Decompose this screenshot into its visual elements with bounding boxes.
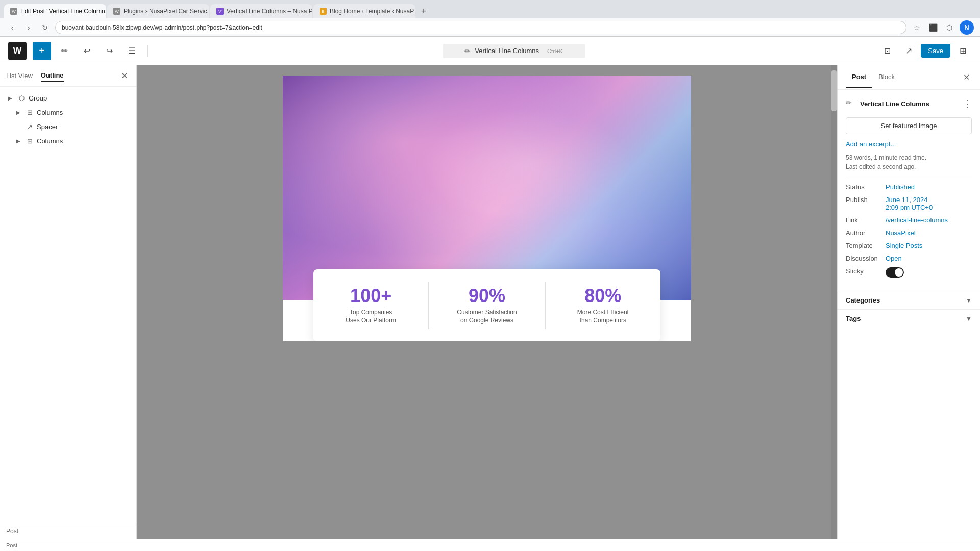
outline-toggle-columns-1[interactable]: ▶ <box>14 108 22 116</box>
tab-label-1: Edit Post "Vertical Line Column... <box>20 8 106 15</box>
toolbar-right: ⊡ ↗ Save ⊞ <box>878 42 972 60</box>
pencil-icon: ✏ <box>846 98 856 109</box>
sticky-toggle[interactable] <box>886 267 904 278</box>
sticky-label: Sticky <box>846 267 881 275</box>
author-row: Author NusaPixel <box>846 229 972 237</box>
author-value[interactable]: NusaPixel <box>886 229 972 237</box>
browser-addressbar: ‹ › ↻ buoyant-baudouin-58ix.zipwp.dev/wp… <box>0 18 980 37</box>
browser-chrome: W Edit Post "Vertical Line Column... ✕ W… <box>0 0 980 37</box>
preview-button[interactable]: ⊡ <box>878 42 896 60</box>
address-bar[interactable]: buoyant-baudouin-58ix.zipwp.dev/wp-admin… <box>55 21 906 34</box>
extensions-icon[interactable]: ⬡ <box>943 21 955 34</box>
browser-tabs: W Edit Post "Vertical Line Column... ✕ W… <box>0 0 980 18</box>
sidebar-footer: Post <box>0 523 136 539</box>
categories-section[interactable]: Categories ▼ <box>838 291 980 309</box>
browser-icons: ☆ ⬛ ⬡ N <box>911 20 974 35</box>
undo-button[interactable]: ↩ <box>78 42 96 60</box>
right-tab-post[interactable]: Post <box>846 67 872 88</box>
right-sidebar-header: Post Block ✕ <box>838 65 980 90</box>
last-edited-meta: Last edited a second ago. <box>846 163 972 170</box>
discussion-row: Discussion Open <box>846 255 972 262</box>
outline-toggle-columns-2[interactable]: ▶ <box>14 137 22 145</box>
template-value[interactable]: Single Posts <box>886 242 972 249</box>
browser-tab-3[interactable]: V Vertical Line Columns – Nusa P... ✕ <box>210 4 312 18</box>
status-row: Status Published <box>846 183 972 191</box>
toggle-knob <box>895 268 903 277</box>
block-name-label: Vertical Line Columns <box>860 100 959 108</box>
document-overview-button[interactable]: ☰ <box>122 42 141 60</box>
redo-button[interactable]: ↪ <box>100 42 118 60</box>
stat-number-1: 100+ <box>322 286 420 306</box>
new-tab-button[interactable]: + <box>416 4 431 18</box>
browser-tab-2[interactable]: W Plugins › NusaPixel Car Servic... ✕ <box>107 4 209 18</box>
wp-main: List View Outline ✕ ▶ ⬡ Group ▶ ⊞ Column… <box>0 65 980 539</box>
stat-item-3[interactable]: 80% More Cost Efficientthan Competitors <box>546 282 660 329</box>
link-label: Link <box>846 216 881 224</box>
outline-toggle-group[interactable]: ▶ <box>6 94 14 102</box>
scrollbar-track[interactable] <box>831 65 837 539</box>
status-label: Status <box>846 183 881 191</box>
wp-status-bar: Post <box>0 539 980 551</box>
external-link-button[interactable]: ↗ <box>899 42 918 60</box>
add-excerpt-link[interactable]: Add an excerpt... <box>846 140 972 148</box>
search-shortcut: Ctrl+K <box>547 48 563 54</box>
sticky-row: Sticky <box>846 267 972 278</box>
extension-icon[interactable]: ⬛ <box>927 21 939 34</box>
refresh-button[interactable]: ↻ <box>39 21 51 34</box>
right-panel-content: ✏ Vertical Line Columns ⋮ Set featured i… <box>838 90 980 291</box>
stat-label-3: More Cost Efficientthan Competitors <box>554 308 652 325</box>
back-button[interactable]: ‹ <box>6 21 18 34</box>
discussion-value[interactable]: Open <box>886 255 972 262</box>
sidebar-close-button[interactable]: ✕ <box>118 70 130 82</box>
columns-icon-2: ⊞ <box>24 136 35 146</box>
tab-outline[interactable]: Outline <box>41 69 64 82</box>
wp-editor: W + ✏ ↩ ↪ ☰ ✏ Vertical Line Columns Ctrl… <box>0 37 980 551</box>
bookmark-icon[interactable]: ☆ <box>911 21 923 34</box>
link-row: Link /vertical-line-columns <box>846 216 972 224</box>
columns-label-2: Columns <box>37 137 63 145</box>
canvas-area: 100+ Top CompaniesUses Our Platform 90% … <box>137 65 837 539</box>
toolbar-center: ✏ Vertical Line Columns Ctrl+K <box>154 44 874 58</box>
scrollbar-thumb[interactable] <box>831 70 837 111</box>
add-block-button[interactable]: + <box>33 42 51 60</box>
stat-label-2: Customer Satisfactionon Google Reviews <box>437 308 536 325</box>
categories-title: Categories <box>846 296 880 304</box>
set-featured-image-button[interactable]: Set featured image <box>846 117 972 134</box>
publish-value[interactable]: June 11, 2024 2:09 pm UTC+0 <box>886 196 972 211</box>
edit-mode-button[interactable]: ✏ <box>55 42 74 60</box>
publish-row: Publish June 11, 2024 2:09 pm UTC+0 <box>846 196 972 211</box>
template-label: Template <box>846 242 881 249</box>
browser-tab-4[interactable]: B Blog Home ‹ Template ‹ NusaP... ✕ <box>313 4 415 18</box>
settings-toggle-button[interactable]: ⊞ <box>953 42 972 60</box>
hero-image <box>283 76 691 300</box>
tags-section[interactable]: Tags ▼ <box>838 309 980 328</box>
save-button[interactable]: Save <box>921 44 950 58</box>
stat-item-1[interactable]: 100+ Top CompaniesUses Our Platform <box>313 282 429 329</box>
post-status-label: Post <box>6 528 18 535</box>
wp-logo[interactable]: W <box>8 42 27 60</box>
outline-item-spacer[interactable]: ▶ ↗ Spacer <box>0 119 136 134</box>
outline-item-columns-2[interactable]: ▶ ⊞ Columns <box>0 134 136 148</box>
post-title-search[interactable]: ✏ Vertical Line Columns Ctrl+K <box>443 44 585 58</box>
panel-divider-1 <box>846 177 972 177</box>
status-value[interactable]: Published <box>886 183 972 191</box>
profile-avatar[interactable]: N <box>960 20 974 35</box>
forward-button[interactable]: › <box>22 21 35 34</box>
outline-content: ▶ ⬡ Group ▶ ⊞ Columns ▶ ↗ Spacer <box>0 87 136 523</box>
browser-tab-1[interactable]: W Edit Post "Vertical Line Column... ✕ <box>4 4 106 18</box>
discussion-label: Discussion <box>846 255 881 262</box>
outline-item-columns-1[interactable]: ▶ ⊞ Columns <box>0 105 136 119</box>
tab-list-view[interactable]: List View <box>6 70 33 82</box>
right-sidebar-close[interactable]: ✕ <box>961 72 972 82</box>
right-tab-block[interactable]: Block <box>872 67 901 88</box>
tags-chevron: ▼ <box>966 315 972 322</box>
spacer-label: Spacer <box>37 123 58 131</box>
outline-item-group[interactable]: ▶ ⬡ Group <box>0 91 136 105</box>
stat-item-2[interactable]: 90% Customer Satisfactionon Google Revie… <box>429 282 545 329</box>
columns-icon-1: ⊞ <box>24 107 35 117</box>
link-value[interactable]: /vertical-line-columns <box>886 216 972 224</box>
group-label: Group <box>29 94 47 102</box>
tab-label-2: Plugins › NusaPixel Car Servic... <box>124 8 209 15</box>
block-menu-button[interactable]: ⋮ <box>963 98 972 109</box>
tab-favicon-3: V <box>216 8 224 15</box>
